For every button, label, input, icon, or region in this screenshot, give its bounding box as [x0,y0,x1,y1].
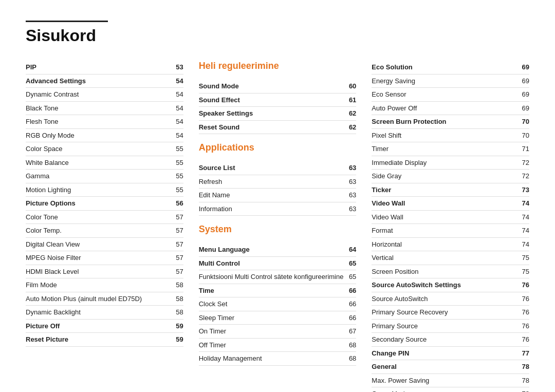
toc-label: Source AutoSwitch [372,294,517,304]
toc-num: 57 [171,239,183,250]
toc-row: Edit Name 63 [199,189,357,202]
toc-row: General 78 [372,360,529,374]
toc-label: Refresh [199,177,344,187]
toc-label: Screen Position [372,267,517,277]
toc-label: Source AutoSwitch Settings [372,280,517,290]
toc-num: 66 [344,299,356,309]
toc-label: Side Gray [372,171,517,181]
toc-row: On Timer 67 [199,325,357,339]
toc-row: Picture Off 59 [26,320,183,333]
toc-num: 74 [517,198,529,209]
toc-row: Vertical 75 [372,251,529,265]
toc-row: Secondary Source 76 [372,333,529,347]
toc-num: 76 [517,307,529,318]
toc-label: Horizontal [372,239,517,250]
toc-label: Change PIN [372,348,517,359]
toc-num: 74 [517,212,529,222]
toc-row: Source List 63 [199,161,357,175]
toc-label: Primary Source Recovery [372,307,517,318]
toc-label: Primary Source [372,321,517,331]
toc-row: RGB Only Mode 54 [26,129,183,143]
toc-label: General [372,362,517,372]
toc-label: Pixel Shift [372,130,517,141]
toc-row: Clock Set 66 [199,297,357,311]
toc-num: 54 [171,89,183,100]
toc-row: Menu Language 64 [199,243,357,257]
toc-label: Video Wall [372,212,517,222]
toc-row: Black Tone 54 [26,102,183,116]
toc-row: PIP 53 [26,61,183,74]
toc-num: 53 [171,62,183,72]
toc-num: 69 [517,62,529,72]
toc-num: 65 [344,258,356,269]
toc-label: Funktsiooni Multi Control sätete konfigu… [199,272,344,282]
toc-num: 63 [344,190,356,200]
toc-num: 76 [517,334,529,345]
toc-num: 55 [171,144,183,154]
toc-num: 63 [344,163,356,173]
toc-label: Color Space [26,144,171,154]
toc-num: 76 [517,294,529,304]
toc-row: Energy Saving 69 [372,74,529,88]
toc-num: 54 [171,103,183,114]
toc-label: Dynamic Contrast [26,89,171,100]
toc-num: 57 [171,253,183,263]
toc-row: Film Mode 58 [26,278,183,292]
toc-row: Source AutoSwitch Settings 76 [372,278,529,292]
toc-num: 77 [517,348,529,359]
toc-row: Sound Mode 60 [199,80,357,94]
toc-label: Format [372,226,517,236]
toc-row: Reset Sound 62 [199,121,357,135]
toc-label: Auto Power Off [372,103,517,114]
toc-num: 76 [517,321,529,331]
toc-label: Picture Off [26,321,171,331]
toc-num: 64 [344,245,356,255]
toc-num: 75 [517,267,529,277]
toc-row: Multi Control 65 [199,257,357,271]
toc-label: Film Mode [26,280,171,290]
toc-num: 65 [344,272,356,282]
toc-row: Time 66 [199,284,357,298]
toc-label: Reset Picture [26,334,171,345]
toc-label: Off Timer [199,340,344,350]
toc-row: Max. Power Saving 78 [372,374,529,388]
toc-row: Primary Source 76 [372,320,529,333]
toc-label: Flesh Tone [26,117,171,127]
toc-label: Picture Options [26,198,171,209]
heli-heading: Heli reguleerimine [199,61,357,73]
toc-row: Advanced Settings 54 [26,74,183,88]
toc-label: On Timer [199,326,344,337]
toc-label: Sound Effect [199,95,344,105]
toc-row: Sound Effect 61 [199,94,357,107]
toc-row: Immediate Display 72 [372,156,529,170]
toc-row: Video Wall 74 [372,211,529,225]
toc-num: 70 [517,117,529,127]
toc-label: Energy Saving [372,76,517,86]
toc-label: Color Temp. [26,226,171,236]
toc-row: Screen Burn Protection 70 [372,115,529,129]
toc-label: White Balance [26,158,171,168]
toc-num: 76 [517,280,529,290]
toc-row: Format 74 [372,224,529,238]
toc-row: White Balance 55 [26,156,183,170]
toc-num: 68 [344,340,356,350]
toc-row: Eco Solution 69 [372,61,529,74]
toc-row: Motion Lighting 55 [26,183,183,197]
toc-label: Advanced Settings [26,76,171,86]
toc-label: Reset Sound [199,122,344,133]
toc-row: Picture Options 56 [26,197,183,211]
toc-row: HDMI Black Level 57 [26,265,183,279]
toc-row: Pixel Shift 70 [372,129,529,143]
toc-row: Speaker Settings 62 [199,107,357,121]
toc-row: Screen Position 75 [372,265,529,279]
toc-label: Menu Language [199,245,344,255]
toc-row: Holiday Management 68 [199,352,357,366]
page-title: Sisukord [26,26,529,45]
toc-row: Ticker 73 [372,183,529,197]
system-heading: System [199,224,357,237]
toc-num: 55 [171,171,183,181]
toc-row: Digital Clean View 57 [26,238,183,252]
toc-label: Speaker Settings [199,108,344,119]
toc-label: Motion Lighting [26,185,171,195]
toc-num: 78 [517,376,529,386]
